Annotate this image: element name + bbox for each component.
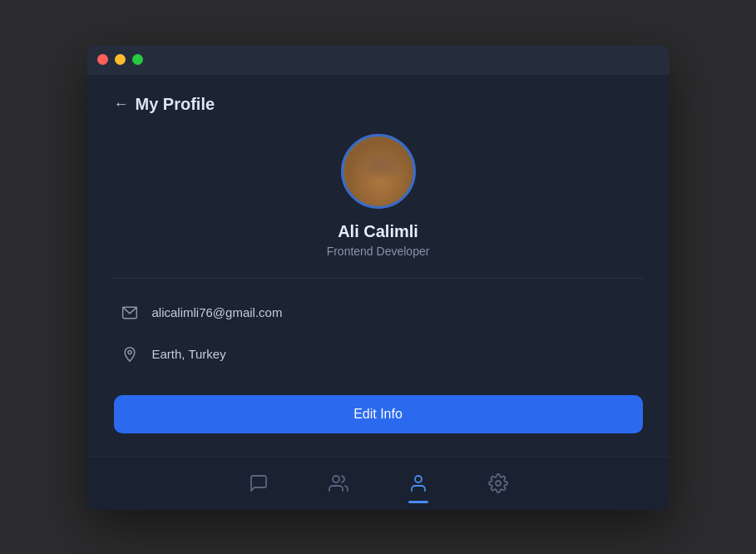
svg-point-1: [127, 350, 131, 354]
svg-point-4: [496, 481, 501, 486]
divider: [114, 278, 643, 279]
close-button[interactable]: [97, 54, 108, 65]
avatar-image: [343, 134, 413, 209]
settings-icon: [488, 473, 508, 493]
location-icon: [121, 345, 139, 364]
profile-section: Ali Calimli Frontend Developer: [114, 134, 643, 258]
avatar: [341, 134, 416, 209]
app-window: ← My Profile Ali Calimli Frontend Develo…: [87, 45, 670, 510]
location-value: Earth, Turkey: [152, 347, 226, 361]
email-item: alicalimli76@gmail.com: [114, 292, 643, 334]
info-list: alicalimli76@gmail.com Earth, Turkey: [114, 285, 643, 382]
user-name: Ali Calimli: [338, 222, 418, 241]
maximize-button[interactable]: [132, 54, 143, 65]
svg-point-3: [415, 476, 422, 482]
main-content: ← My Profile Ali Calimli Frontend Develo…: [87, 75, 670, 433]
nav-profile[interactable]: [398, 467, 438, 500]
nav-chat[interactable]: [239, 467, 279, 500]
email-value: alicalimli76@gmail.com: [152, 305, 283, 319]
nav-settings[interactable]: [478, 467, 518, 500]
page-title: My Profile: [136, 95, 215, 114]
nav-contacts[interactable]: [319, 467, 358, 500]
email-icon: [121, 304, 139, 322]
chat-icon: [249, 473, 269, 493]
user-title: Frontend Developer: [327, 245, 430, 258]
contacts-icon: [329, 473, 348, 493]
bottom-navigation: [87, 457, 670, 510]
titlebar: [87, 45, 670, 75]
minimize-button[interactable]: [115, 54, 126, 65]
profile-icon: [408, 473, 428, 493]
back-arrow-icon: ←: [114, 96, 129, 113]
edit-info-button[interactable]: Edit Info: [114, 395, 643, 433]
back-navigation[interactable]: ← My Profile: [114, 95, 643, 114]
svg-point-2: [333, 476, 339, 482]
location-item: Earth, Turkey: [114, 334, 643, 375]
